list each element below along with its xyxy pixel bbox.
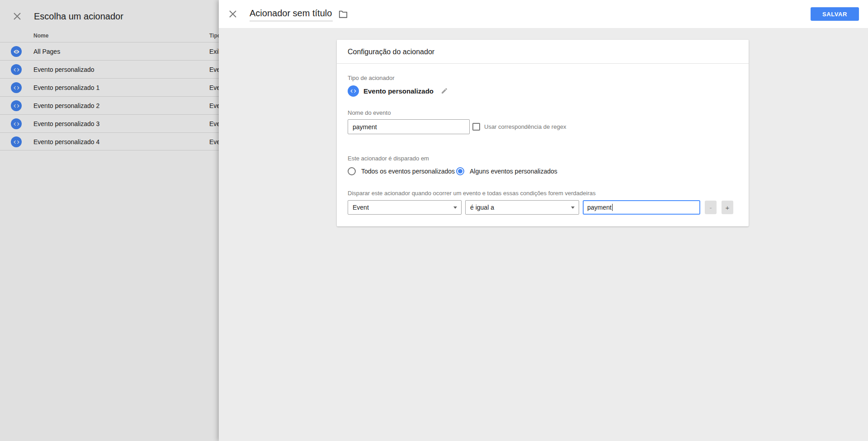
event-name-label: Nome do evento [348, 109, 738, 116]
condition-variable-select[interactable]: Event [348, 200, 462, 215]
condition-operator-value: é igual a [470, 204, 494, 211]
radio-all-custom-events-label[interactable]: Todos os eventos personalizados [361, 168, 456, 175]
radio-some-custom-events[interactable] [456, 167, 464, 175]
pencil-icon[interactable] [441, 87, 448, 94]
fires-on-options: Todos os eventos personalizados Alguns e… [348, 166, 738, 176]
condition-variable-value: Event [353, 204, 369, 211]
regex-checkbox-label[interactable]: Usar correspondência de regex [484, 123, 566, 130]
remove-condition-button[interactable]: - [705, 201, 717, 214]
custom-event-code-icon [348, 85, 359, 97]
editor-header: Acionador sem título SALVAR [219, 0, 868, 28]
trigger-type-row: Evento personalizado [348, 85, 738, 97]
chevron-down-icon [571, 206, 575, 209]
add-condition-button[interactable]: + [722, 201, 733, 214]
trigger-config-card: Configuração do acionador Tipo de aciona… [337, 40, 749, 226]
condition-value-input[interactable]: payment [583, 200, 700, 215]
trigger-type-label: Tipo de acionador [348, 75, 738, 81]
close-icon[interactable] [228, 9, 238, 19]
event-name-row: Usar correspondência de regex [348, 119, 738, 134]
save-button[interactable]: SALVAR [811, 7, 859, 21]
conditions-label: Disparar este acionador quando ocorrer u… [348, 190, 738, 197]
condition-row: Event é igual a payment - + [348, 200, 738, 215]
trigger-chooser-panel: Escolha um acionador Nome Tipo All Pages… [0, 0, 219, 441]
trigger-title-input[interactable]: Acionador sem título [250, 7, 333, 21]
condition-operator-select[interactable]: é igual a [465, 200, 579, 215]
radio-some-custom-events-label[interactable]: Alguns eventos personalizados [470, 168, 557, 175]
condition-value-text: payment [587, 204, 612, 211]
card-body: Tipo de acionador Evento personalizado N… [337, 64, 749, 226]
regex-checkbox[interactable] [472, 123, 480, 131]
trigger-editor-overlay: Acionador sem título SALVAR Configuração… [219, 0, 868, 441]
fires-on-label: Este acionador é disparado em [348, 155, 738, 162]
chevron-down-icon [453, 206, 457, 209]
trigger-type-value: Evento personalizado [363, 87, 434, 95]
event-name-input[interactable] [348, 119, 470, 134]
dim-scrim [0, 0, 219, 441]
radio-all-custom-events[interactable] [348, 167, 356, 175]
text-caret [612, 204, 613, 211]
card-title: Configuração do acionador [337, 40, 749, 64]
folder-icon[interactable] [338, 9, 348, 19]
